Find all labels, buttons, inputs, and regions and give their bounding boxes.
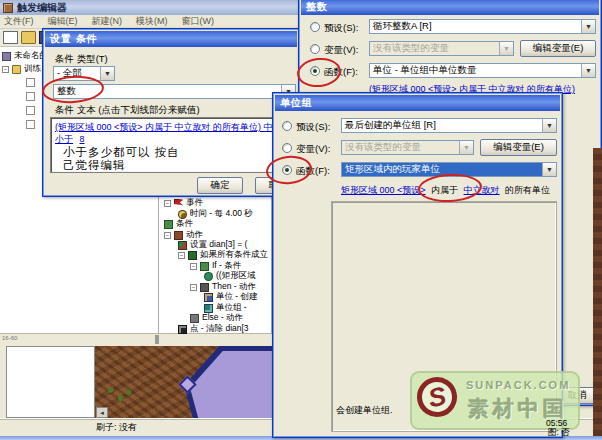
detail-splitter[interactable] — [158, 197, 159, 333]
menu-module[interactable]: 模块(M) — [136, 15, 168, 28]
watermark-site-text: SUNPACK.COM — [466, 379, 570, 391]
ok-button-label: 确定 — [211, 179, 230, 192]
new-document-icon[interactable] — [3, 31, 18, 44]
ok-button[interactable]: 确定 — [197, 177, 243, 194]
integer-preset-radio[interactable] — [310, 22, 320, 32]
expression-text: 内属于 — [431, 185, 458, 195]
else-action-icon — [190, 314, 199, 323]
trigger-row-point-clear[interactable]: 点 - 清除 dian[3 — [178, 324, 249, 334]
collapse-icon[interactable]: − — [178, 252, 185, 259]
trigger-row-unit-create[interactable]: 单位 - 创建 — [204, 292, 258, 302]
menu-new[interactable]: 新建(N) — [92, 15, 123, 28]
tree-trigger-item[interactable] — [26, 91, 35, 101]
unit-group-title: 单位组 — [280, 96, 313, 110]
unit-group-function-combobox[interactable]: 矩形区域内的玩家单位 ▼ — [341, 162, 557, 177]
then-action-icon — [200, 283, 209, 292]
condition-type-label: 条件 类型(T) — [55, 53, 108, 66]
expression-tail: 的所有单位 — [505, 185, 550, 195]
collapse-icon[interactable]: − — [2, 66, 9, 73]
menu-file[interactable]: 文件(F) — [4, 15, 34, 28]
unit-group-preset-combobox[interactable]: 最后创建的单位组 [R] ▼ — [341, 118, 557, 133]
chevron-down-icon: ▼ — [459, 141, 473, 154]
unit-group-variable-value: 没有该类型的变量 — [342, 141, 459, 154]
edit-variable-button[interactable]: 编辑变量(E) — [520, 40, 596, 57]
menu-edit[interactable]: 编辑(E) — [48, 15, 78, 28]
condition-text-area: (矩形区域 000 <预设> 内属于 中立敌对 的所有单位) 中的单位数量 小于… — [50, 117, 297, 173]
chevron-down-icon[interactable]: ▼ — [542, 119, 556, 132]
chevron-down-icon[interactable]: ▼ — [581, 20, 595, 33]
chevron-down-icon[interactable]: ▼ — [542, 163, 556, 176]
set-variable-icon — [178, 241, 187, 250]
bottom-note-text: 16-60 — [2, 335, 17, 341]
unit-group-variable-radio[interactable] — [282, 143, 292, 153]
integer-variable-radio[interactable] — [310, 44, 320, 54]
trigger-editor-icon — [3, 3, 13, 13]
tree-trigger-item[interactable] — [26, 77, 35, 87]
condition-combobox[interactable]: 整数 ▼ — [53, 84, 296, 99]
chevron-down-icon: ▼ — [499, 42, 513, 55]
comment-panel[interactable] — [6, 346, 95, 418]
open-folder-icon[interactable] — [21, 31, 36, 44]
annotation-note-line2: 己觉得编辑 — [63, 159, 292, 172]
condition-expression-link[interactable]: (矩形区域 000 <预设> 内属于 中立敌对 的所有单位) 中的单位数量 — [55, 122, 292, 132]
menu-window[interactable]: 窗口(W) — [182, 15, 215, 28]
trigger-editor-title: 触发编辑器 — [17, 1, 67, 15]
splitter-handle[interactable] — [155, 335, 159, 344]
condition-type-combobox[interactable]: - 全部 ▼ — [53, 66, 115, 81]
collapse-icon[interactable]: − — [164, 200, 171, 207]
integer-preset-label: 预设(S): — [324, 22, 358, 35]
region-link[interactable]: 矩形区域 000 <预设> — [341, 185, 426, 195]
chevron-down-icon[interactable]: ▼ — [100, 67, 114, 80]
scroll-left-button[interactable]: ◂ — [96, 407, 108, 418]
tree-folder-item[interactable]: − 训练 — [2, 64, 41, 74]
condition-value: 整数 — [54, 85, 281, 98]
watermark-logo-icon: S — [413, 373, 460, 420]
set-condition-titlebar[interactable]: 设置 条件 — [45, 31, 297, 47]
right-edge-panel — [593, 148, 602, 436]
integer-function-combobox[interactable]: 单位 - 单位组中单位数量 ▼ — [369, 63, 596, 78]
row-label: 时间 - 每 4.00 秒 — [190, 208, 253, 220]
unit-group-function-radio[interactable] — [282, 165, 292, 175]
trigger-row-if-then-else[interactable]: − 如果所有条件成立 — [178, 250, 268, 260]
menu-bar: 文件(F) 编辑(E) 新建(N) 模块(M) 窗口(W) — [0, 15, 298, 29]
integer-preset-combobox[interactable]: 循环整数A [R] ▼ — [369, 19, 596, 34]
integer-titlebar[interactable]: 整数 — [301, 0, 599, 15]
collapse-icon[interactable]: − — [164, 232, 171, 239]
trigger-editor-titlebar[interactable]: 触发编辑器 — [0, 0, 298, 15]
chevron-down-icon[interactable]: ▼ — [581, 64, 595, 77]
unit-group-variable-label: 变量(V): — [296, 143, 330, 156]
trigger-doc-icon — [26, 106, 35, 115]
if-condition-icon — [200, 262, 209, 271]
integer-variable-value: 没有该类型的变量 — [370, 42, 499, 55]
condition-text-label: 条件 文本 (点击下划线部分来赋值) — [55, 104, 200, 117]
collapse-icon[interactable]: − — [190, 263, 197, 270]
point-icon — [178, 325, 187, 334]
player-link[interactable]: 中立敌对 — [464, 185, 500, 195]
tree-trigger-item[interactable] — [26, 105, 35, 115]
unit-group-edit-variable-button[interactable]: 编辑变量(E) — [480, 139, 557, 156]
unit-group-preset-radio[interactable] — [282, 121, 292, 131]
value-link[interactable]: 8 — [80, 134, 85, 144]
integer-function-radio[interactable] — [310, 66, 320, 76]
trigger-doc-icon — [26, 120, 35, 129]
integer-function-value: 单位 - 单位组中单位数量 — [370, 64, 581, 77]
map-icon — [2, 52, 11, 61]
annotation-note-line1: 小于多少都可以 按自 — [63, 146, 292, 159]
collapse-icon[interactable]: − — [190, 284, 197, 291]
unit-group-titlebar[interactable]: 单位组 — [275, 95, 560, 111]
trigger-doc-icon — [26, 78, 35, 87]
integer-title: 整数 — [306, 0, 328, 14]
condition-type-value: - 全部 — [54, 67, 100, 80]
unit-group-function-label: 函数(F): — [296, 165, 330, 178]
boolean-icon — [204, 272, 213, 281]
trigger-row-boolean[interactable]: ((矩形区域 — [204, 271, 256, 281]
trigger-row-events[interactable]: − 事件 — [164, 198, 203, 208]
integer-preset-value: 循环整数A [R] — [370, 20, 581, 33]
trigger-row-conditions[interactable]: 条件 — [164, 219, 193, 229]
tree-trigger-item[interactable] — [26, 119, 35, 129]
row-label: 点 - 清除 dian[3 — [190, 323, 249, 335]
event-flag-icon — [174, 199, 183, 208]
trigger-row-else[interactable]: Else - 动作 — [190, 313, 243, 323]
unit-group-preset-label: 预设(S): — [296, 121, 330, 134]
operator-link[interactable]: 小于 — [55, 134, 73, 144]
